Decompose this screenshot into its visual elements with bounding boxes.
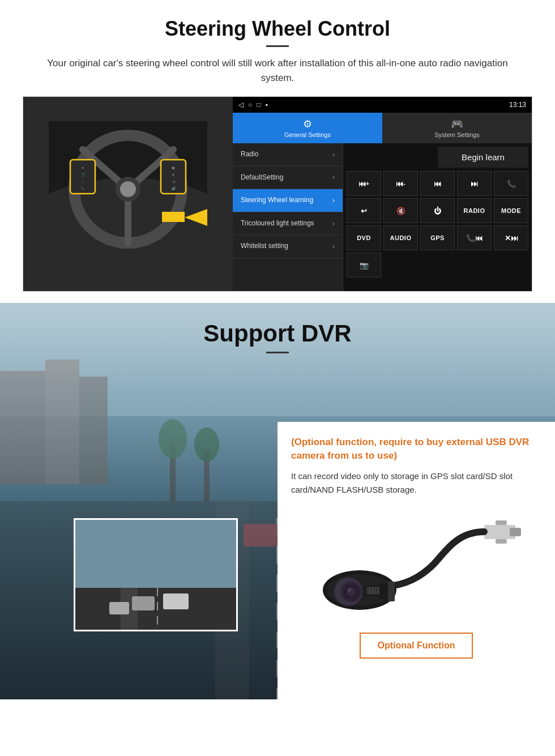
dvr-description: It can record video only to storage in G…: [291, 469, 541, 497]
svg-rect-39: [163, 593, 189, 609]
ctrl-mode[interactable]: MODE: [494, 198, 528, 223]
svg-rect-61: [388, 582, 395, 601]
svg-rect-23: [79, 377, 108, 484]
system-icon: 🎮: [451, 118, 463, 130]
svg-point-30: [194, 428, 219, 462]
svg-text:📞: 📞: [81, 186, 86, 191]
control-panel: Begin learn ⏮+ ⏮- ⏮ ⏭ 📞 ↩ 🔇 ⏻: [343, 143, 532, 291]
begin-learn-button[interactable]: Begin learn: [438, 147, 528, 168]
ctrl-vol-down[interactable]: ⏮-: [383, 171, 418, 196]
android-content: Radio › DefaultSetting › Steering Wheel …: [233, 143, 532, 291]
chevron-right-icon: ›: [332, 197, 335, 204]
ctrl-next[interactable]: ⏭: [457, 171, 492, 196]
ctrl-gps[interactable]: GPS: [420, 225, 455, 250]
svg-rect-21: [0, 371, 45, 484]
dvr-background: Support DVR: [0, 303, 555, 699]
svg-rect-45: [510, 528, 521, 536]
menu-item-tricolour[interactable]: Tricoloured light settings ›: [233, 212, 343, 236]
steering-demo: + 🎵 - 📞 ⊕ ≡ ◁ 🔊 ◁: [23, 96, 532, 292]
dvr-thumbnail: [74, 518, 238, 631]
ctrl-dvd[interactable]: DVD: [347, 225, 381, 250]
menu-item-default[interactable]: DefaultSetting ›: [233, 166, 343, 190]
status-time: 13:13: [509, 101, 526, 109]
steering-subtitle: Your original car's steering wheel contr…: [34, 56, 521, 85]
dvr-info-card: (Optional function, require to buy exter…: [278, 422, 555, 699]
tab-system-label: System Settings: [434, 131, 479, 138]
ctrl-back[interactable]: ↩: [347, 198, 381, 223]
ctrl-mute[interactable]: 🔇: [383, 198, 418, 223]
menu-item-radio[interactable]: Radio ›: [233, 143, 343, 166]
ctrl-radio[interactable]: RADIO: [457, 198, 492, 223]
ctrl-vol-up[interactable]: ⏮+: [347, 171, 381, 196]
svg-point-28: [159, 419, 187, 459]
home-btn[interactable]: ○: [248, 101, 252, 109]
begin-learn-row: Begin learn: [347, 147, 528, 168]
steering-wheel-svg: + 🎵 - 📞 ⊕ ≡ ◁ 🔊: [49, 121, 207, 268]
svg-text:+: +: [82, 166, 84, 170]
svg-rect-38: [132, 596, 155, 610]
menu-btn[interactable]: ▪: [266, 101, 268, 109]
svg-text:🔊: 🔊: [172, 186, 176, 191]
menu-item-steering-label: Steering Wheel learning: [241, 196, 313, 205]
android-tabs: ⚙ General Settings 🎮 System Settings: [233, 113, 532, 143]
svg-rect-44: [496, 539, 507, 544]
svg-text:≡: ≡: [172, 173, 174, 177]
steering-title: Steering Wheel Control: [23, 17, 532, 41]
recent-btn[interactable]: □: [257, 101, 261, 109]
chevron-right-icon: ›: [332, 242, 335, 250]
steering-section: Steering Wheel Control Your original car…: [0, 0, 555, 303]
tab-general-label: General Settings: [284, 131, 331, 138]
ctrl-phone[interactable]: 📞: [494, 171, 528, 196]
tab-general-settings[interactable]: ⚙ General Settings: [233, 113, 382, 143]
menu-item-whitelist[interactable]: Whitelist setting ›: [233, 235, 343, 258]
tab-system-settings[interactable]: 🎮 System Settings: [382, 113, 532, 143]
ctrl-audio[interactable]: AUDIO: [383, 225, 418, 250]
svg-text:◁: ◁: [172, 180, 175, 183]
control-grid-row4: 📷: [347, 253, 528, 277]
svg-text:🎵: 🎵: [81, 173, 86, 177]
menu-item-whitelist-label: Whitelist setting: [241, 242, 288, 251]
menu-list: Radio › DefaultSetting › Steering Wheel …: [233, 143, 343, 291]
dvr-title-area: Support DVR: [0, 303, 555, 365]
svg-rect-43: [496, 520, 507, 525]
ctrl-cross-next[interactable]: ✕⏭: [494, 225, 528, 250]
dvr-camera-illustration: [291, 508, 541, 621]
steering-photo: + 🎵 - 📞 ⊕ ≡ ◁ 🔊: [23, 97, 233, 292]
menu-item-radio-label: Radio: [241, 150, 258, 159]
ctrl-power[interactable]: ⏻: [420, 198, 455, 223]
menu-item-steering[interactable]: Steering Wheel learning ›: [233, 189, 343, 212]
svg-text:⊕: ⊕: [172, 166, 175, 170]
svg-rect-19: [162, 212, 185, 222]
ctrl-phone-prev[interactable]: 📞⏮: [457, 225, 492, 250]
ctrl-cam[interactable]: 📷: [347, 253, 381, 277]
svg-point-7: [120, 181, 136, 197]
menu-item-tricolour-label: Tricoloured light settings: [241, 219, 314, 228]
svg-point-59: [334, 578, 362, 606]
dvr-thumbnail-svg: [75, 520, 238, 631]
control-grid-row1: ⏮+ ⏮- ⏮ ⏭ 📞: [347, 171, 528, 196]
back-btn[interactable]: ◁: [238, 101, 244, 109]
svg-rect-22: [45, 360, 79, 484]
status-nav: ◁ ○ □ ▪: [238, 101, 268, 109]
chevron-right-icon: ›: [332, 173, 335, 181]
steering-divider: [266, 45, 289, 47]
android-panel: ◁ ○ □ ▪ 13:13 ⚙ General Settings 🎮 Syste…: [233, 97, 532, 291]
dvr-section: Support DVR: [0, 303, 555, 699]
menu-item-default-label: DefaultSetting: [241, 173, 283, 182]
chevron-right-icon: ›: [332, 220, 335, 228]
chevron-right-icon: ›: [332, 151, 335, 159]
status-bar: ◁ ○ □ ▪ 13:13: [233, 97, 532, 113]
control-grid-row3: DVD AUDIO GPS 📞⏮ ✕⏭: [347, 225, 528, 250]
camera-svg: [309, 508, 524, 621]
svg-rect-40: [109, 602, 129, 614]
optional-function-button[interactable]: Optional Function: [360, 633, 473, 659]
control-grid-row2: ↩ 🔇 ⏻ RADIO MODE: [347, 198, 528, 223]
dvr-divider: [266, 352, 289, 353]
gear-icon: ⚙: [303, 118, 312, 130]
dvr-title: Support DVR: [0, 320, 555, 347]
svg-rect-36: [75, 588, 238, 631]
dvr-optional-text: (Optional function, require to buy exter…: [291, 435, 541, 463]
ctrl-prev[interactable]: ⏮: [420, 171, 455, 196]
